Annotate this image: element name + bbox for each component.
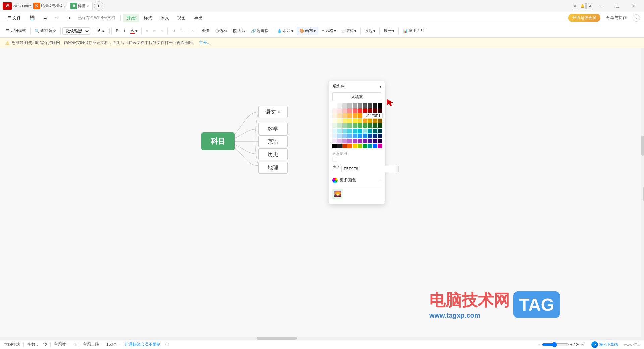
status-mode[interactable]: 大纲模式: [4, 342, 20, 347]
color-cell[interactable]: [347, 129, 352, 133]
color-cell[interactable]: [347, 123, 352, 128]
collapse-btn[interactable]: 收起 ▾: [362, 27, 378, 35]
cp-no-fill[interactable]: 无填充: [332, 92, 381, 101]
color-cell[interactable]: [353, 144, 357, 148]
color-cell[interactable]: [368, 144, 372, 148]
color-cell[interactable]: [353, 103, 357, 108]
watermark-btn[interactable]: 💧水印 ▾: [275, 27, 296, 35]
color-cell[interactable]: [332, 118, 337, 123]
color-cell[interactable]: [363, 108, 367, 113]
vip-button[interactable]: 开通超级会员: [568, 14, 600, 22]
node-chinese[interactable]: 语文 ⇔: [258, 106, 288, 118]
color-cell[interactable]: [358, 129, 362, 133]
color-cell[interactable]: [358, 108, 362, 113]
outline-mode-button[interactable]: ☰ 大纲模式: [3, 27, 29, 35]
font-size-input[interactable]: [94, 28, 110, 34]
color-cell[interactable]: [337, 144, 342, 148]
color-cell[interactable]: [368, 103, 372, 108]
color-cell[interactable]: [363, 103, 367, 108]
color-cell[interactable]: [358, 123, 362, 128]
menu-save[interactable]: 💾: [26, 14, 38, 22]
color-cell[interactable]: [373, 129, 377, 133]
image-fill-icon[interactable]: 🌄: [332, 189, 343, 199]
color-cell[interactable]: [373, 134, 377, 138]
fill-btn[interactable]: 🎨画布 ▾: [297, 27, 318, 35]
center-node[interactable]: 科目: [201, 132, 235, 150]
color-cell[interactable]: [368, 139, 372, 143]
margin-btn[interactable]: ⬡边框: [213, 27, 230, 35]
color-cell[interactable]: [353, 134, 357, 138]
help-button[interactable]: ?: [633, 14, 640, 22]
color-cell[interactable]: [342, 108, 347, 113]
outdent-button[interactable]: ⊣: [169, 28, 177, 34]
color-cell[interactable]: [363, 123, 367, 128]
color-cell[interactable]: [332, 103, 337, 108]
color-cell[interactable]: [353, 118, 357, 123]
color-cell[interactable]: [332, 134, 337, 138]
color-cell[interactable]: [378, 123, 382, 128]
color-cell[interactable]: [332, 129, 337, 133]
italic-button[interactable]: I: [122, 28, 127, 34]
cp-more-colors-button[interactable]: 更多颜色 ›: [329, 176, 385, 184]
structure-btn[interactable]: ⊞结构 ▾: [339, 27, 359, 35]
zoom-out-icon[interactable]: −: [538, 342, 541, 347]
menu-style[interactable]: 样式: [140, 14, 156, 22]
color-cell[interactable]: [337, 134, 342, 138]
outline-btn[interactable]: 概要: [200, 27, 212, 35]
find-replace-button[interactable]: 🔍 查找替换: [32, 27, 59, 35]
node-math[interactable]: 数学: [258, 123, 288, 135]
color-cell[interactable]: [373, 123, 377, 128]
color-cell[interactable]: [358, 103, 362, 108]
color-cell[interactable]: [373, 144, 377, 148]
color-cell[interactable]: [363, 134, 367, 138]
color-cell[interactable]: [368, 108, 372, 113]
maximize-button[interactable]: □: [610, 1, 625, 11]
color-cell[interactable]: [358, 134, 362, 138]
color-cell[interactable]: [347, 118, 352, 123]
color-cell[interactable]: [337, 108, 342, 113]
minimize-button[interactable]: −: [594, 1, 609, 11]
color-cell[interactable]: [337, 103, 342, 108]
color-cell[interactable]: [342, 134, 347, 138]
color-cell[interactable]: [347, 108, 352, 113]
color-cell[interactable]: [347, 103, 352, 108]
color-cell[interactable]: [373, 108, 377, 113]
align-left-button[interactable]: ≡: [143, 28, 150, 34]
color-cell[interactable]: [332, 113, 337, 118]
template-tab-label[interactable]: 找模板壳模板: [41, 3, 63, 8]
hyperlink-btn[interactable]: 🔗超链接: [249, 27, 271, 35]
bold-button[interactable]: B: [113, 28, 121, 34]
color-cell[interactable]: [378, 134, 382, 138]
share-button[interactable]: 分享与协作: [603, 14, 630, 22]
upgrade-link[interactable]: 开通超级会员不限制: [124, 342, 161, 347]
color-cell[interactable]: [368, 123, 372, 128]
color-cell[interactable]: [342, 139, 347, 143]
color-cell[interactable]: [342, 113, 347, 118]
color-cell[interactable]: [342, 118, 347, 123]
align-center-button[interactable]: ≡: [151, 28, 158, 34]
color-cell[interactable]: [378, 129, 382, 133]
horizontal-scrollbar[interactable]: [0, 337, 641, 340]
color-cell[interactable]: [363, 139, 367, 143]
color-cell[interactable]: [373, 103, 377, 108]
color-cell selected-cell[interactable]: [363, 129, 367, 133]
style-btn[interactable]: ✦风格 ▾: [319, 27, 338, 35]
color-cell[interactable]: [358, 113, 362, 118]
color-cell[interactable]: [342, 129, 347, 133]
color-cell[interactable]: [378, 103, 382, 108]
menu-start[interactable]: 开始: [123, 14, 139, 22]
color-cell[interactable]: [347, 134, 352, 138]
image-btn[interactable]: 🖼图片: [230, 27, 248, 35]
zoom-in-icon[interactable]: +: [570, 342, 573, 347]
color-cell[interactable]: [332, 108, 337, 113]
align-right-button[interactable]: ≡: [159, 28, 166, 34]
node-english[interactable]: 英语: [258, 135, 288, 147]
expand-btn[interactable]: 展开 ▾: [381, 27, 397, 35]
color-cell[interactable]: [363, 118, 367, 123]
node-geography[interactable]: 地理: [258, 162, 288, 174]
new-tab-button[interactable]: +: [94, 1, 103, 11]
canvas-area[interactable]: 科目 语文 ⇔ 数学 英语 历史 地理: [0, 48, 644, 340]
color-cell[interactable]: [353, 113, 357, 118]
menu-back[interactable]: ↩: [52, 14, 62, 22]
color-cell[interactable]: [378, 118, 382, 123]
